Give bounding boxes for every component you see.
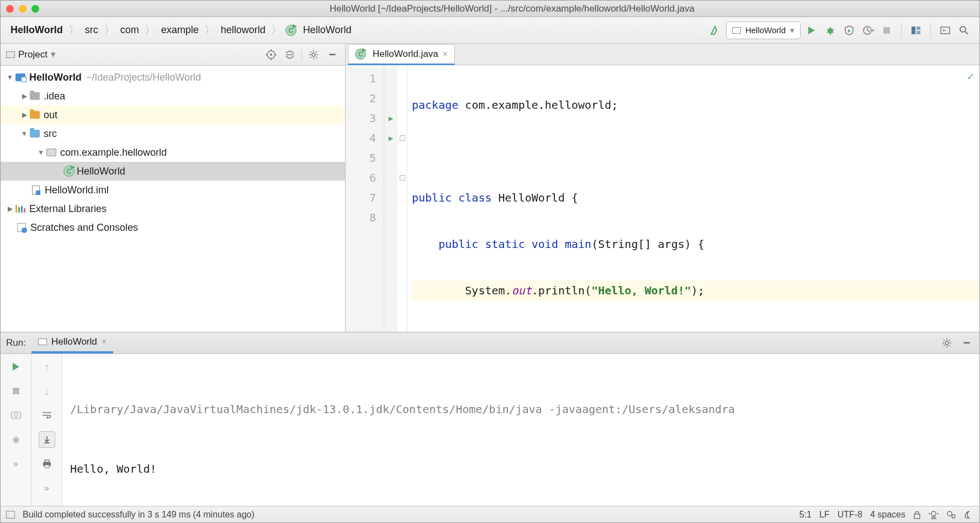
up-stack-button[interactable]: ↑ [39,358,55,375]
iml-file-icon [30,186,41,194]
search-everywhere-button[interactable] [956,23,972,38]
tree-idea-folder[interactable]: ▶ .idea [1,87,345,105]
svg-point-22 [952,515,955,518]
tool-windows-button[interactable] [6,511,15,519]
run-line-marker[interactable]: ▶ [384,108,398,128]
indent-settings[interactable]: 4 spaces [870,510,905,520]
svg-point-21 [947,511,952,516]
select-opened-file-button[interactable] [264,47,278,62]
close-tab-button[interactable]: × [102,337,107,347]
run-panel-body: » ↑ ↓ » /Library/Java/JavaVirtualMachine… [1,354,979,523]
breadcrumb-com[interactable]: com [118,23,141,37]
editor-body[interactable]: ✓ 12345678 ▶ ▶ package com.example.hello… [346,65,979,332]
rerun-button[interactable] [8,358,24,375]
fold-toggle[interactable] [398,168,407,188]
ide-features-button[interactable] [929,510,939,519]
collapse-all-button[interactable] [283,47,297,62]
breadcrumb-src[interactable]: src [83,23,100,37]
project-structure-button[interactable] [908,23,924,38]
project-view-icon [6,51,15,58]
scratches-icon [16,223,27,232]
breadcrumb-project[interactable]: HelloWorld [8,23,65,37]
svg-point-15 [13,437,19,443]
tree-src-folder[interactable]: ▼ src [1,124,345,143]
zoom-window-button[interactable] [31,5,39,13]
fold-gutter[interactable] [398,65,407,332]
project-tree[interactable]: ▼ HelloWorld ~/IdeaProjects/HelloWorld ▶… [1,66,345,332]
run-button[interactable] [804,23,819,38]
window-controls [6,5,39,13]
svg-point-14 [14,414,18,417]
exit-button[interactable] [8,431,24,448]
profile-button[interactable]: ▾ [860,23,876,38]
tree-iml-file[interactable]: HelloWorld.iml [1,181,345,199]
run-tab-helloworld[interactable]: HelloWorld × [31,332,113,353]
expand-toggle[interactable]: ▼ [5,73,15,81]
soft-wrap-button[interactable] [39,407,55,424]
run-line-marker[interactable]: ▶ [384,128,398,148]
fold-toggle[interactable] [398,128,407,148]
code-method: main [558,237,591,251]
svg-point-9 [270,54,272,56]
tree-root[interactable]: ▼ HelloWorld ~/IdeaProjects/HelloWorld [1,68,345,87]
editor-tab-helloworld[interactable]: C HelloWorld.java × [348,44,455,65]
run-anything-button[interactable] [937,23,953,38]
line-number-gutter[interactable]: 12345678 [346,65,384,332]
expand-toggle[interactable]: ▼ [19,130,29,138]
tree-external-libraries[interactable]: ▶ External Libraries [1,199,345,218]
breadcrumb-example[interactable]: example [159,23,201,37]
run-config-selector[interactable]: HelloWorld ▾ [726,22,801,39]
minimize-window-button[interactable] [19,5,27,13]
console-stdout: Hello, World! [70,459,972,479]
breadcrumb-helloworld-pkg[interactable]: helloworld [219,23,268,37]
scroll-to-end-button[interactable] [39,431,55,448]
chevron-right-icon: 〉 [145,23,156,38]
tree-out-folder[interactable]: ▶ out [1,105,345,124]
line-separator[interactable]: LF [819,510,830,520]
expand-toggle[interactable]: ▶ [19,92,29,100]
code-keyword: public [412,237,478,251]
down-stack-button[interactable]: ↓ [39,383,55,399]
nav-breadcrumb: HelloWorld 〉 src 〉 com 〉 example 〉 hello… [8,23,353,38]
readonly-toggle[interactable] [913,510,921,519]
more-button[interactable]: » [8,456,24,472]
code-text: com.example.helloworld; [458,98,618,112]
file-encoding[interactable]: UTF-8 [838,510,862,520]
toolbar-divider [930,23,931,38]
project-panel-header: Project ▾ − [1,44,345,66]
print-button[interactable] [39,456,55,472]
background-tasks-button[interactable] [946,510,956,519]
code-keyword: void [525,237,558,251]
expand-toggle[interactable]: ▼ [36,149,46,156]
run-settings-button[interactable] [940,336,954,350]
svg-rect-18 [45,465,49,468]
tree-package[interactable]: ▼ com.example.helloworld [1,143,345,162]
divider [301,49,302,61]
tree-label: HelloWorld [77,166,125,177]
caret-position[interactable]: 5:1 [799,510,812,520]
expand-toggle[interactable]: ▶ [5,205,15,213]
hide-run-panel-button[interactable]: − [960,336,974,350]
stop-button[interactable] [8,383,24,399]
expand-toggle[interactable]: ▶ [19,111,29,119]
project-panel-title[interactable]: Project ▾ [6,49,259,60]
tree-class-helloworld[interactable]: C HelloWorld [1,162,345,181]
run-line-gutter[interactable]: ▶ ▶ [384,65,398,332]
tree-scratches[interactable]: Scratches and Consoles [1,218,345,237]
close-tab-button[interactable]: × [443,49,448,59]
breadcrumb-class[interactable]: HelloWorld [301,23,354,37]
console-output[interactable]: /Library/Java/JavaVirtualMachines/jdk-13… [62,354,979,523]
code-area[interactable]: package com.example.helloworld; public c… [407,65,979,332]
hide-panel-button[interactable]: − [325,47,340,62]
settings-button[interactable] [306,47,321,62]
close-window-button[interactable] [6,5,14,13]
dump-threads-button[interactable] [8,407,24,424]
stop-button[interactable] [879,23,894,38]
memory-indicator[interactable] [964,510,974,519]
more-button[interactable]: » [39,480,55,496]
chevron-right-icon: 〉 [104,23,115,38]
debug-button[interactable] [823,23,838,38]
coverage-button[interactable] [841,23,857,38]
chevron-right-icon: 〉 [204,23,215,38]
build-button[interactable] [707,23,723,38]
